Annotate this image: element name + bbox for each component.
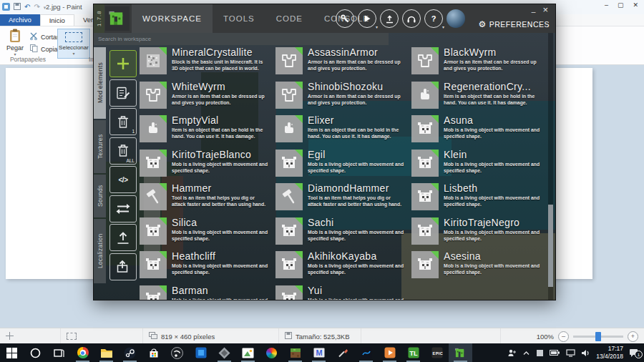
- taskbar-movie-app-button[interactable]: M: [307, 343, 331, 362]
- mod-element-asuna[interactable]: AsunaMob is a living object with movemen…: [411, 115, 547, 150]
- copy-button[interactable]: Copiar: [30, 44, 60, 54]
- mcreator-minimize-button[interactable]: _: [532, 5, 536, 13]
- import-export-button[interactable]: [109, 195, 137, 222]
- taskbar-start-button[interactable]: [0, 343, 24, 362]
- taskbar-minecraft-button[interactable]: [283, 343, 307, 362]
- battery-icon[interactable]: [550, 349, 560, 356]
- edit-element-button[interactable]: [109, 79, 137, 107]
- recompile-flag-icon: [431, 217, 439, 225]
- zoom-out-button[interactable]: –: [558, 331, 569, 342]
- chevron-up-icon[interactable]: [522, 350, 530, 356]
- recompile-flag-icon: [159, 47, 167, 55]
- delete-element-button[interactable]: 1: [109, 108, 137, 135]
- speaker-icon[interactable]: [581, 349, 590, 357]
- paste-button[interactable]: Pegar ▾: [3, 29, 27, 59]
- mod-element-klein[interactable]: KleinMob is a living object with movemen…: [411, 150, 547, 184]
- add-element-button[interactable]: [109, 50, 137, 77]
- scrollbar[interactable]: [548, 33, 553, 300]
- mcreator-tab-code[interactable]: CODE: [265, 4, 313, 33]
- mcreator-tab-tools[interactable]: TOOLS: [213, 4, 265, 33]
- mod-element-shinobishozoku[interactable]: ShinobiShozokuArmor is an item that can …: [275, 82, 411, 116]
- taskbar-steam-button[interactable]: [118, 343, 142, 362]
- zoom-in-button[interactable]: +: [628, 331, 638, 342]
- sidebar-tab-localization[interactable]: Localization: [94, 219, 106, 283]
- taskbar-paint-button[interactable]: [236, 343, 260, 362]
- taskbar-photos-button[interactable]: [189, 343, 213, 362]
- mod-element-hammer[interactable]: HammerTool is an item that helps you dig…: [140, 183, 275, 217]
- undo-icon[interactable]: ↶: [24, 4, 30, 11]
- mod-element-barman[interactable]: BarmanMob is a living object with moveme…: [140, 285, 275, 300]
- mod-element-blackwyrm[interactable]: BlackWyrmArmor is an item that can be dr…: [411, 47, 547, 82]
- paint-minimize-button[interactable]: –: [605, 1, 608, 9]
- notification-center-icon[interactable]: 1: [629, 348, 638, 357]
- taskbar-explorer-button[interactable]: [94, 343, 118, 362]
- taskbar-player-app-button[interactable]: [378, 343, 401, 362]
- mod-element-whitewyrm[interactable]: WhiteWyrmArmor is an item that can be dr…: [140, 82, 275, 116]
- export-button[interactable]: [380, 9, 399, 28]
- paint-tab-inicio[interactable]: Inicio: [40, 14, 74, 26]
- sidebar-tab-textures[interactable]: Textures: [94, 120, 106, 173]
- redo-icon[interactable]: ↷: [34, 4, 39, 11]
- mod-element-regenerationcry[interactable]: RegenerationCry...Item is an object that…: [411, 82, 547, 116]
- zoom-slider[interactable]: [573, 336, 623, 338]
- taskbar-game-button[interactable]: [213, 343, 236, 362]
- mcreator-close-button[interactable]: ×: [542, 5, 548, 14]
- mod-element-kiritotrajeblanco[interactable]: KiritoTrajeBlancoMob is a living object …: [140, 150, 275, 184]
- mod-element-text: AssassinArmorArmor is an item that can b…: [308, 47, 406, 72]
- taskbar-cortana-button[interactable]: [24, 343, 47, 362]
- clock[interactable]: 17:17 13/4/2018: [596, 345, 623, 360]
- mod-element-yui[interactable]: YuiMob is a living object with movement …: [275, 285, 411, 300]
- mod-element-akihikokayaba[interactable]: AkihikoKayabaMob is a living object with…: [275, 251, 411, 285]
- help-button[interactable]: ?▾: [424, 9, 443, 28]
- save-icon[interactable]: [14, 3, 21, 11]
- preferences-button[interactable]: ⚙ PREFERENCES: [478, 20, 550, 29]
- mcreator-tab-workspace[interactable]: WORKSPACE: [132, 4, 213, 33]
- taskbar-chrome-button[interactable]: [71, 343, 94, 362]
- mod-element-diamondhammer[interactable]: DiamondHammerTool is an item that helps …: [275, 183, 411, 217]
- export-workspace-button[interactable]: [109, 253, 137, 280]
- edit-code-button[interactable]: </>: [109, 166, 137, 193]
- mod-element-egil[interactable]: EgilMob is a living object with movement…: [275, 150, 411, 184]
- video-app-icon: [361, 347, 372, 358]
- notification-badge: 1: [635, 351, 643, 358]
- support-button[interactable]: [402, 9, 421, 28]
- sidebar-tab-mod-elements[interactable]: Mod elements: [94, 47, 106, 119]
- mod-element-lisbeth[interactable]: LisbethMob is a living object with movem…: [411, 183, 547, 217]
- taskbar-mcreator-button[interactable]: [449, 343, 472, 362]
- people-icon[interactable]: [507, 348, 517, 357]
- taskbar-task-view-button[interactable]: [47, 343, 71, 362]
- delete-all-elements-button[interactable]: ALL: [109, 137, 137, 165]
- import-workspace-button[interactable]: [109, 224, 137, 251]
- mod-element-elixer[interactable]: ElixerItem is an object that can be hold…: [275, 115, 411, 150]
- select-button[interactable]: Seleccionar ▾: [57, 29, 90, 59]
- taskbar-epic-button[interactable]: EPIC: [425, 343, 449, 362]
- taskbar-store-button[interactable]: [142, 343, 165, 362]
- taskbar-brush-app-button[interactable]: [331, 343, 354, 362]
- mod-element-kiritotrajenegro[interactable]: KiritoTrajeNegroMob is a living object w…: [411, 217, 547, 252]
- run-button[interactable]: ▾: [358, 9, 376, 28]
- taskbar-video-app-button[interactable]: [354, 343, 378, 362]
- search-input[interactable]: [94, 33, 389, 45]
- mod-element-sachi[interactable]: SachiMob is a living object with movemen…: [275, 217, 411, 252]
- sidebar-tab-sounds[interactable]: Sounds: [94, 175, 106, 217]
- mod-element-mineralcrystallite[interactable]: MineralCrystalliteBlock is the basic uni…: [140, 47, 275, 82]
- scrollbar-thumb[interactable]: [548, 205, 553, 287]
- paint-tab-archivo[interactable]: Archivo: [0, 14, 40, 26]
- taskbar-obs-button[interactable]: [165, 343, 189, 362]
- cut-button[interactable]: Cortar: [30, 32, 59, 41]
- zoom-slider-thumb[interactable]: [595, 332, 601, 341]
- taskbar-color-app-button[interactable]: [260, 343, 283, 362]
- mod-element-emptyvial[interactable]: EmptyVialItem is an object that can be h…: [140, 115, 275, 150]
- mod-element-asesina[interactable]: AsesinaMob is a living object with movem…: [411, 251, 547, 285]
- mod-element-assassinarmor[interactable]: AssassinArmorArmor is an item that can b…: [275, 47, 411, 82]
- mod-element-heathcliff[interactable]: HeathcliffMob is a living object with mo…: [140, 251, 275, 285]
- account-button[interactable]: [447, 9, 465, 28]
- paint-maximize-button[interactable]: ▢: [618, 1, 624, 9]
- mod-element-silica[interactable]: SilicaMob is a living object with moveme…: [140, 217, 275, 252]
- task-view-icon: [53, 347, 65, 359]
- paint-close-button[interactable]: ✕: [633, 1, 638, 9]
- taskbar-tl-app-button[interactable]: TL: [401, 343, 425, 362]
- build-button[interactable]: [336, 9, 354, 28]
- network-icon[interactable]: [566, 349, 575, 357]
- tray-app-icon[interactable]: [536, 349, 544, 357]
